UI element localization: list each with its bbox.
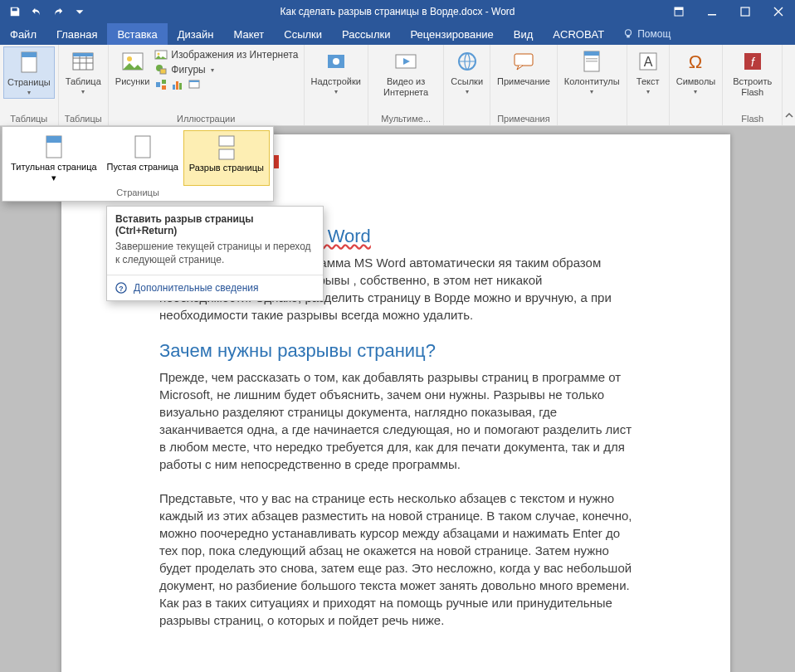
qat-customize-icon[interactable]: [70, 2, 90, 22]
tab-insert[interactable]: Вставка: [107, 23, 167, 45]
minimize-icon[interactable]: [695, 0, 729, 23]
online-images-label: Изображения из Интернета: [171, 49, 298, 61]
svg-point-4: [626, 30, 632, 36]
cover-page-label: Титульная страница: [11, 162, 97, 173]
svg-rect-9: [73, 53, 93, 56]
svg-rect-20: [176, 81, 178, 90]
smartart-icon: [154, 78, 168, 91]
tab-review[interactable]: Рецензирование: [400, 23, 503, 45]
chevron-down-icon: ▾: [590, 88, 593, 95]
ribbon-display-icon[interactable]: [662, 0, 695, 23]
svg-rect-18: [162, 85, 166, 90]
undo-icon[interactable]: [27, 2, 46, 22]
comment-button[interactable]: Примечание: [494, 46, 554, 89]
tooltip-body: Завершение текущей страницы и переход к …: [107, 240, 323, 275]
shapes-icon: [154, 63, 168, 76]
group-links-label: [466, 113, 468, 124]
table-button[interactable]: Таблица ▾: [62, 46, 105, 97]
group-tables: Таблица ▾ Таблицы: [59, 45, 109, 125]
group-text-label: [646, 113, 649, 124]
svg-rect-17: [162, 80, 166, 84]
maximize-icon[interactable]: [729, 0, 762, 23]
group-headerfooter-label: [591, 113, 593, 124]
group-links: Ссылки ▾: [444, 45, 490, 125]
doc-heading-2: Зачем нужны разрывы страниц?: [159, 340, 632, 362]
pictures-label: Рисунки: [115, 76, 150, 87]
group-symbols-label: [695, 113, 697, 124]
tab-design[interactable]: Дизайн: [168, 23, 224, 45]
more-illustrations[interactable]: [154, 78, 298, 91]
chevron-down-icon: ▾: [646, 88, 650, 95]
screenshot-icon: [188, 78, 201, 91]
headerfooter-button[interactable]: Колонтитулы ▾: [561, 46, 623, 97]
tab-mailings[interactable]: Рассылки: [332, 23, 400, 45]
addins-label: Надстройки: [311, 76, 361, 87]
group-media-label: Мультиме...: [381, 113, 431, 124]
collapse-ribbon-icon[interactable]: [783, 45, 795, 125]
svg-rect-15: [160, 69, 166, 74]
video-icon: [393, 48, 419, 75]
tab-file[interactable]: Файл: [0, 23, 46, 45]
pages-gallery: Титульная страница ▾ Пустая страница Раз…: [2, 126, 274, 202]
cover-page-icon: [41, 134, 67, 160]
group-text: A Текст ▾: [627, 45, 670, 125]
save-icon[interactable]: [5, 2, 25, 22]
pictures-button[interactable]: Рисунки: [112, 46, 154, 89]
chart-icon: [171, 78, 184, 91]
tooltip-title: Вставить разрыв страницы (Ctrl+Return): [107, 207, 323, 240]
chevron-down-icon: ▾: [694, 88, 697, 95]
addins-button[interactable]: Надстройки ▾: [308, 46, 364, 97]
window-title: Как сделать разрыв страницы в Ворде.docx…: [280, 6, 515, 17]
flash-button[interactable]: f Встроить Flash: [726, 46, 778, 99]
illustrations-stack: Изображения из Интернета Фигуры▾: [153, 46, 300, 93]
svg-rect-28: [515, 54, 533, 66]
tell-me[interactable]: Помощ: [614, 23, 679, 45]
table-icon: [70, 48, 96, 75]
chevron-down-icon: ▾: [334, 88, 338, 95]
links-button[interactable]: Ссылки ▾: [447, 46, 486, 97]
close-icon[interactable]: [762, 0, 795, 23]
shapes-button[interactable]: Фигуры▾: [154, 63, 298, 76]
cover-page-button[interactable]: Титульная страница ▾: [6, 130, 102, 186]
tab-view[interactable]: Вид: [504, 23, 544, 45]
group-flash: f Встроить Flash Flash: [723, 45, 783, 125]
text-label: Текст: [636, 76, 660, 87]
tab-acrobat[interactable]: ACROBAT: [543, 23, 614, 45]
tab-references[interactable]: Ссылки: [274, 23, 332, 45]
svg-point-13: [158, 53, 160, 56]
text-button[interactable]: A Текст ▾: [631, 46, 666, 97]
titlebar: Как сделать разрыв страницы в Ворде.docx…: [0, 0, 795, 23]
group-addins: Надстройки ▾: [305, 45, 368, 125]
tooltip-more-link[interactable]: ? Дополнительные сведения: [107, 275, 323, 300]
svg-rect-31: [586, 58, 597, 60]
svg-rect-23: [189, 80, 199, 82]
svg-rect-32: [586, 61, 597, 62]
online-images-button[interactable]: Изображения из Интернета: [154, 48, 298, 61]
doc-paragraph-2: Прежде, чем рассказать о том, как добавл…: [159, 368, 632, 473]
chevron-down-icon: ▾: [27, 89, 31, 96]
symbols-button[interactable]: Ω Символы ▾: [673, 46, 719, 97]
group-comments: Примечание Примечания: [490, 45, 558, 125]
group-pages: Страницы ▾ Таблицы: [0, 45, 59, 125]
group-comments-label: Примечания: [497, 113, 550, 124]
flash-label: Встроить Flash: [729, 76, 775, 97]
svg-text:A: A: [643, 55, 652, 69]
tab-layout[interactable]: Макет: [223, 23, 274, 45]
window-controls: [662, 0, 795, 23]
blank-page-button[interactable]: Пустая страница: [102, 130, 183, 186]
pages-button[interactable]: Страницы ▾: [3, 46, 55, 99]
redo-icon[interactable]: [48, 2, 68, 22]
pages-label: Страницы: [7, 77, 51, 88]
online-video-button[interactable]: Видео из Интернета: [372, 46, 440, 99]
tab-home[interactable]: Главная: [46, 23, 107, 45]
svg-rect-21: [179, 83, 182, 90]
svg-rect-3: [741, 7, 749, 16]
group-flash-label: Flash: [741, 113, 763, 124]
svg-rect-1: [675, 7, 683, 10]
svg-rect-7: [22, 52, 37, 57]
svg-point-25: [333, 58, 339, 65]
svg-point-11: [127, 56, 132, 61]
svg-rect-19: [173, 85, 175, 90]
svg-text:Ω: Ω: [689, 51, 702, 72]
page-break-button[interactable]: Разрыв страницы: [183, 130, 270, 186]
